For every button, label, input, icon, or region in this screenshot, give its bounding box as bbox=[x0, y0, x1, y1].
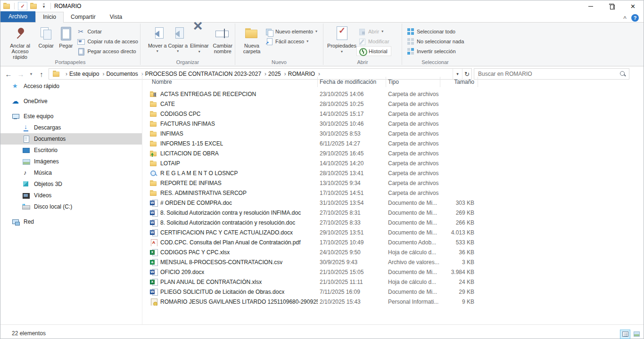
copy-path-button[interactable]: Copiar ruta de acceso bbox=[75, 36, 140, 46]
column-header-date[interactable]: Fecha de modificación bbox=[318, 79, 386, 85]
sidebar-item[interactable]: Objetos 3D bbox=[0, 178, 142, 190]
edit-button[interactable]: Modificar bbox=[356, 36, 391, 46]
sidebar-item-label: Vídeos bbox=[34, 192, 51, 199]
sidebar-item[interactable]: Música bbox=[0, 167, 142, 178]
table-row[interactable]: MENSUAL 8-PROCESOS-CONTRATACION.csv 30/9… bbox=[142, 257, 644, 267]
table-row[interactable]: PLAN ANUAL DE CONTRATACIÓN.xlsx 21/10/20… bbox=[142, 277, 644, 287]
file-name-cell: COD.CPC. Consulta del Plan Anual de Cont… bbox=[150, 239, 318, 246]
file-date: 30/9/2025 9:43 bbox=[318, 259, 386, 266]
copy-to-button[interactable]: Copiar a bbox=[168, 24, 189, 54]
table-row[interactable]: INFIMAS 30/10/2025 8:53 Carpeta de archi… bbox=[142, 129, 644, 138]
sidebar-item[interactable]: Documentos bbox=[0, 133, 142, 145]
help-icon[interactable]: ? bbox=[631, 14, 639, 22]
group-label: Nuevo bbox=[235, 59, 323, 65]
sidebar-item[interactable]: Imágenes bbox=[0, 156, 142, 167]
history-button[interactable]: Historial bbox=[356, 46, 391, 56]
file-type-icon bbox=[150, 90, 157, 98]
file-name: MENSUAL 8-PROCESOS-CONTRATACION.csv bbox=[160, 259, 282, 266]
file-date: 27/10/2025 8:31 bbox=[318, 210, 386, 216]
file-type-icon bbox=[150, 249, 157, 256]
tab-archivo[interactable]: Archivo bbox=[0, 11, 35, 22]
sidebar-item[interactable]: Vídeos bbox=[0, 190, 142, 201]
move-to-button[interactable]: Mover a bbox=[147, 24, 168, 54]
invert-selection-button[interactable]: Invertir selección bbox=[405, 46, 466, 56]
table-row[interactable]: RES. ADMINISTRATIVA SERCOP 17/10/2025 14… bbox=[142, 188, 644, 198]
rename-button[interactable]: Cambiar nombre bbox=[211, 24, 235, 54]
sidebar-item[interactable]: Escritorio bbox=[0, 145, 142, 156]
navigation-pane: Acceso rápido OneDrive Este equipo Desca… bbox=[0, 72, 142, 324]
table-row[interactable]: 8. Solicitud Autorización contratación y… bbox=[142, 218, 644, 227]
file-date: 7/11/2025 16:09 bbox=[318, 289, 386, 295]
divider bbox=[50, 3, 51, 9]
table-row[interactable]: R E G L A M E N T O LOSNCP 28/10/2025 13… bbox=[142, 168, 644, 178]
properties-button[interactable]: Propiedades bbox=[327, 24, 356, 55]
group-portapapeles: Anclar al Acceso rápido Copiar Pegar Cor… bbox=[0, 23, 140, 66]
table-row[interactable]: FACTURAS INFIMAS 30/10/2025 10:46 Carpet… bbox=[142, 119, 644, 129]
table-row[interactable]: INFORMES 1-15 EXCEL 6/11/2025 14:27 Carp… bbox=[142, 138, 644, 148]
history-icon bbox=[359, 48, 366, 55]
sort-ascending-icon[interactable]: ^ bbox=[229, 72, 231, 77]
open-button[interactable]: Abrir bbox=[356, 26, 391, 36]
sidebar-item[interactable]: Acceso rápido bbox=[0, 81, 142, 92]
details-view-button[interactable] bbox=[620, 330, 630, 339]
invert-selection-icon bbox=[407, 48, 414, 55]
table-row[interactable]: REPORTE DE INFIMAS 13/10/2025 9:34 Carpe… bbox=[142, 178, 644, 188]
sidebar-item[interactable]: Disco local (C:) bbox=[0, 201, 142, 212]
table-row[interactable]: ROMARIO JESUS GAVILANES LITARDO 12511096… bbox=[142, 297, 644, 307]
sidebar-item-label: OneDrive bbox=[24, 98, 48, 105]
easy-access-button[interactable]: Fácil acceso bbox=[264, 36, 319, 46]
table-row[interactable]: PLIEGO SOLICITUD de Licitación de Obras.… bbox=[142, 287, 644, 297]
table-row[interactable]: ACTAS ENTREGAS DE RECEPCION 23/10/2025 1… bbox=[142, 89, 644, 99]
file-date: 17/10/2025 10:49 bbox=[318, 239, 386, 246]
table-row[interactable]: CATE 28/10/2025 10:25 Carpeta de archivo… bbox=[142, 99, 644, 109]
copy-button[interactable]: Copiar bbox=[36, 24, 56, 48]
tab-inicio[interactable]: Inicio bbox=[35, 12, 64, 23]
delete-button[interactable]: Eliminar bbox=[188, 24, 210, 55]
table-row[interactable]: OFICIO 209.docx 21/10/2025 15:05 Documen… bbox=[142, 267, 644, 277]
close-button[interactable] bbox=[622, 0, 644, 12]
paste-shortcut-button[interactable]: Pegar acceso directo bbox=[75, 46, 140, 56]
table-row[interactable]: # ORDEN DE COMPRA.doc 31/10/2025 13:54 D… bbox=[142, 198, 644, 208]
column-header-type[interactable]: Tipo bbox=[386, 79, 440, 85]
file-type-icon bbox=[150, 150, 157, 157]
select-none-button[interactable]: No seleccionar nada bbox=[405, 36, 466, 46]
sidebar-item[interactable]: Descargas bbox=[0, 122, 142, 133]
file-date: 21/10/2025 11:11 bbox=[318, 279, 386, 285]
new-item-button[interactable]: Nuevo elemento bbox=[264, 26, 319, 36]
sidebar-item-icon bbox=[22, 169, 30, 177]
cut-button[interactable]: Cortar bbox=[75, 26, 140, 36]
sidebar-item-label: Red bbox=[24, 218, 34, 225]
file-name-cell: 8. Solicitud Autorización contratación y… bbox=[150, 219, 318, 226]
sidebar-item[interactable]: Red bbox=[0, 216, 142, 227]
file-name: OFICIO 209.docx bbox=[160, 269, 204, 275]
thumbnails-view-button[interactable] bbox=[631, 330, 642, 339]
column-header-name[interactable]: Nombre bbox=[150, 79, 318, 85]
qat-properties-button[interactable] bbox=[18, 2, 27, 10]
table-row[interactable]: LICITACION DE OBRA 29/10/2025 16:45 Carp… bbox=[142, 148, 644, 158]
qat-customize-dropdown[interactable] bbox=[41, 2, 47, 10]
sidebar-item[interactable]: OneDrive bbox=[0, 96, 142, 107]
table-row[interactable]: COD.CPC. Consulta del Plan Anual de Cont… bbox=[142, 237, 644, 247]
sidebar-item-icon bbox=[22, 180, 30, 188]
qat-new-folder-button[interactable] bbox=[29, 2, 39, 10]
table-row[interactable]: CÓDIGOS CPC 14/10/2025 15:17 Carpeta de … bbox=[142, 109, 644, 119]
file-date: 13/10/2025 9:34 bbox=[318, 180, 386, 186]
restore-button[interactable] bbox=[601, 0, 622, 12]
sidebar-item-icon bbox=[22, 146, 30, 154]
collapse-ribbon-icon[interactable] bbox=[623, 14, 627, 22]
file-type: Carpeta de archivos bbox=[386, 140, 440, 147]
file-size: 303 KB bbox=[440, 200, 478, 206]
sidebar-item[interactable]: Este equipo bbox=[0, 111, 142, 122]
table-row[interactable]: LOTAIP 14/10/2025 14:20 Carpeta de archi… bbox=[142, 158, 644, 168]
table-row[interactable]: 8. Solicitud Autorización contra y resol… bbox=[142, 208, 644, 218]
paste-button[interactable]: Pegar bbox=[56, 24, 75, 48]
tab-vista[interactable]: Vista bbox=[103, 12, 129, 22]
table-row[interactable]: CODIGOS PAC Y CPC.xlsx 24/10/2025 9:50 H… bbox=[142, 247, 644, 257]
select-all-button[interactable]: Seleccionar todo bbox=[405, 26, 466, 36]
pin-quick-access-button[interactable]: Anclar al Acceso rápido bbox=[4, 24, 36, 60]
column-header-size[interactable]: Tamaño bbox=[440, 79, 478, 85]
minimize-button[interactable] bbox=[580, 0, 601, 12]
tab-compartir[interactable]: Compartir bbox=[64, 12, 103, 22]
table-row[interactable]: CERTIFICACION PAC Y CATE ACTUALIZADO.doc… bbox=[142, 227, 644, 237]
new-folder-button[interactable]: Nueva carpeta bbox=[240, 24, 264, 54]
